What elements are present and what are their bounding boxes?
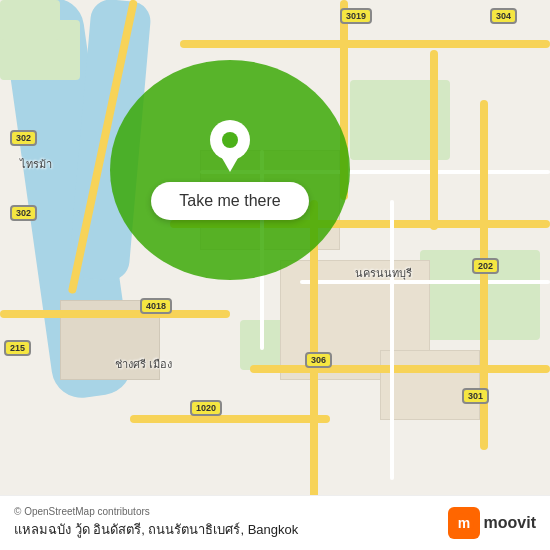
bottom-bar: © OpenStreetMap contributors แหลมฉบัง วู… (0, 495, 550, 550)
road-badge-304: 304 (490, 8, 517, 24)
map-container: 3019 304 302 302 4018 215 306 1020 301 2… (0, 0, 550, 550)
moovit-svg: m (453, 512, 475, 534)
road-h5 (130, 415, 330, 423)
road-badge-306: 306 (305, 352, 332, 368)
road-badge-3019: 3019 (340, 8, 372, 24)
copyright-text: © OpenStreetMap contributors (14, 506, 298, 517)
label-chainset: ช่างศรี เมือง (115, 355, 172, 373)
pin-tail (222, 158, 238, 172)
pin-circle (210, 120, 250, 160)
moovit-logo: m moovit (448, 507, 536, 539)
road-v4 (430, 50, 438, 230)
road-badge-302b: 302 (10, 205, 37, 221)
road-badge-202: 202 (472, 258, 499, 274)
pin-dot (222, 132, 238, 148)
road-h7 (300, 280, 550, 284)
road-h4 (250, 365, 550, 373)
location-pin (210, 120, 250, 170)
road-badge-302a: 302 (10, 130, 37, 146)
svg-text:m: m (457, 515, 469, 531)
moovit-icon: m (448, 507, 480, 539)
label-traima: ไทรม้า (20, 155, 52, 173)
take-me-there-button[interactable]: Take me there (151, 182, 308, 220)
road-badge-4018: 4018 (140, 298, 172, 314)
road-badge-215: 215 (4, 340, 31, 356)
moovit-text: moovit (484, 514, 536, 532)
road-h3 (0, 310, 230, 318)
road-badge-301: 301 (462, 388, 489, 404)
road-badge-1020: 1020 (190, 400, 222, 416)
green-area-2 (0, 0, 60, 40)
bottom-left-info: © OpenStreetMap contributors แหลมฉบัง วู… (14, 506, 298, 540)
road-h1 (180, 40, 550, 48)
location-overlay: Take me there (110, 60, 350, 280)
urban-block-4 (380, 350, 480, 420)
road-v6 (390, 200, 394, 480)
label-nonthaburi: นครนนทบุรี (355, 264, 412, 282)
location-name: แหลมฉบัง วู้ด อินดัสตรี, ถนนรัตนาธิเบศร์… (14, 519, 298, 540)
